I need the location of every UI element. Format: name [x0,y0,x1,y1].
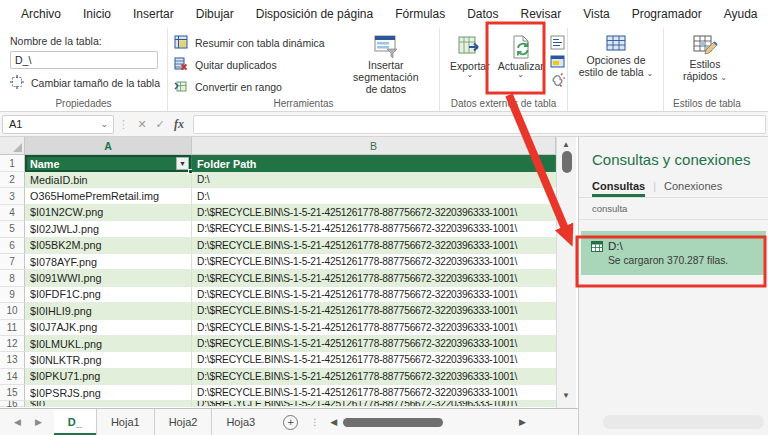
tab-programador[interactable]: Programador [621,0,713,28]
row-number[interactable]: 9 [0,287,25,303]
table-row[interactable]: 7 $I078AYF.png D:\$RECYCLE.BIN\S-1-5-21-… [0,254,556,270]
row-number[interactable]: 14 [0,369,25,385]
panel-tab-conexiones[interactable]: Conexiones [664,180,722,196]
tab-ayuda[interactable]: Ayuda [713,0,768,28]
table-row[interactable]: 16 $I0... D:\$RECYCLE.BIN\S-1-5-21-42512… [0,401,556,407]
cell-name[interactable]: $I0PKU71.png [25,369,192,385]
table-row[interactable]: 15 $I0PSRJS.png D:\$RECYCLE.BIN\S-1-5-21… [0,385,556,401]
vertical-scrollbar[interactable]: ▲ ▼ [556,137,576,408]
formula-input[interactable] [193,115,766,134]
convert-to-range-button[interactable]: Convertir en rango [174,78,325,96]
cell-path[interactable]: D:\$RECYCLE.BIN\S-1-5-21-4251261778-8877… [192,287,556,303]
cell-name[interactable]: $I0FDF1C.png [25,287,192,303]
horizontal-scrollbar[interactable]: ◀ ▶ [330,417,526,427]
tab-inicio[interactable]: Inicio [72,0,122,28]
cell-name[interactable]: $I0IHLI9.png [25,303,192,319]
table-row[interactable]: 11 $I0J7AJK.png D:\$RECYCLE.BIN\S-1-5-21… [0,320,556,336]
cell-name[interactable]: $I0NLKTR.png [25,352,192,368]
cell-path[interactable]: D:\$RECYCLE.BIN\S-1-5-21-4251261778-8877… [192,401,556,407]
resize-table-button[interactable]: Cambiar tamaño de la tabla [10,75,161,91]
refresh-dropdown-chevron[interactable]: ⌄ [517,72,524,78]
table-row[interactable]: 3 O365HomePremRetail.img D:\ [0,188,556,204]
cell-name[interactable]: $I01N2CW.png [25,205,192,221]
sheet-tab-d[interactable]: D_ [54,409,97,435]
row-number[interactable]: 7 [0,254,25,270]
cell-name[interactable]: $I0... [25,401,192,407]
cell-path[interactable]: D:\$RECYCLE.BIN\S-1-5-21-4251261778-8877… [192,221,556,237]
cell-name[interactable]: $I091WWI.png [25,270,192,286]
name-box-chevron-icon[interactable]: ⌄ [100,119,113,129]
scroll-right-icon[interactable]: ▶ [519,417,526,427]
header-cell-name[interactable]: Name ▼ [25,155,192,172]
table-row[interactable]: 4 $I01N2CW.png D:\$RECYCLE.BIN\S-1-5-21-… [0,205,556,221]
table-style-options-button[interactable]: Opciones de estilo de tabla ⌄ [574,32,658,80]
tab-dibujar[interactable]: Dibujar [185,0,245,28]
row-number[interactable]: 2 [0,172,25,188]
cell-path[interactable]: D:\$RECYCLE.BIN\S-1-5-21-4251261778-8877… [192,238,556,254]
sheet-nav-left-icon[interactable]: ◀ [14,417,21,427]
sheet-tab-hoja1[interactable]: Hoja1 [97,409,155,435]
quick-styles-chevron[interactable]: ⌄ [720,73,727,82]
sheet-tab-hoja2[interactable]: Hoja2 [155,409,213,435]
tab-archivo[interactable]: Archivo [10,0,72,28]
table-row[interactable]: 10 $I0IHLI9.png D:\$RECYCLE.BIN\S-1-5-21… [0,303,556,319]
row-number[interactable]: 13 [0,352,25,368]
insert-function-icon[interactable]: fx [169,117,189,132]
tab-datos[interactable]: Datos [456,0,509,28]
panel-scrollbar[interactable] [603,415,764,429]
cell-name[interactable]: $I0J7AJK.png [25,320,192,336]
panel-tab-consultas[interactable]: Consultas [592,180,645,196]
row-number[interactable]: 3 [0,188,25,204]
cell-name[interactable]: O365HomePremRetail.img [25,188,192,204]
row-number[interactable]: 16 [0,401,25,407]
header-cell-folder-path[interactable]: Folder Path [192,155,556,172]
cell-path[interactable]: D:\ [192,172,556,188]
cell-path[interactable]: D:\$RECYCLE.BIN\S-1-5-21-4251261778-8877… [192,320,556,336]
scroll-left-icon[interactable]: ◀ [330,417,337,427]
select-all-corner[interactable] [0,137,25,155]
export-dropdown-chevron[interactable]: ⌄ [466,72,473,78]
cell-path[interactable]: D:\$RECYCLE.BIN\S-1-5-21-4251261778-8877… [192,205,556,221]
cell-name[interactable]: $I0LMUKL.png [25,336,192,352]
table-row[interactable]: 9 $I0FDF1C.png D:\$RECYCLE.BIN\S-1-5-21-… [0,287,556,303]
scroll-down-icon[interactable]: ▼ [562,391,570,400]
style-options-chevron[interactable]: ⌄ [647,69,654,78]
table-row[interactable]: 14 $I0PKU71.png D:\$RECYCLE.BIN\S-1-5-21… [0,369,556,385]
cell-path[interactable]: D:\$RECYCLE.BIN\S-1-5-21-4251261778-8877… [192,385,556,401]
refresh-button[interactable]: Actualizar ⌄ [494,32,548,97]
cell-name[interactable]: $I02JWLJ.png [25,221,192,237]
row-number[interactable]: 4 [0,205,25,221]
horizontal-scroll-thumb[interactable] [343,418,443,427]
cell-name[interactable]: $I078AYF.png [25,254,192,270]
row-number[interactable]: 1 [0,155,25,172]
row-number[interactable]: 8 [0,270,25,286]
cell-path[interactable]: D:\$RECYCLE.BIN\S-1-5-21-4251261778-8877… [192,352,556,368]
table-row[interactable]: 12 $I0LMUKL.png D:\$RECYCLE.BIN\S-1-5-21… [0,336,556,352]
enter-icon[interactable]: ✓ [151,118,169,131]
cell-path[interactable]: D:\$RECYCLE.BIN\S-1-5-21-4251261778-8877… [192,270,556,286]
properties-icon[interactable] [550,35,566,51]
table-row[interactable]: 5 $I02JWLJ.png D:\$RECYCLE.BIN\S-1-5-21-… [0,221,556,237]
column-header-b[interactable]: B [192,137,556,155]
row-number[interactable]: 11 [0,320,25,336]
table-row[interactable]: 6 $I05BK2M.png D:\$RECYCLE.BIN\S-1-5-21-… [0,238,556,254]
cell-path[interactable]: D:\$RECYCLE.BIN\S-1-5-21-4251261778-8877… [192,336,556,352]
unlink-icon[interactable] [550,73,566,89]
tab-formulas[interactable]: Fórmulas [384,0,456,28]
cell-path[interactable]: D:\$RECYCLE.BIN\S-1-5-21-4251261778-8877… [192,254,556,270]
row-number[interactable]: 6 [0,238,25,254]
pivot-summarize-button[interactable]: Resumir con tabla dinámica [174,34,325,52]
cancel-icon[interactable]: ✕ [133,118,151,131]
cell-name[interactable]: $I05BK2M.png [25,238,192,254]
cell-path[interactable]: D:\$RECYCLE.BIN\S-1-5-21-4251261778-8877… [192,369,556,385]
cell-name[interactable]: $I0PSRJS.png [25,385,192,401]
export-button[interactable]: Exportar ⌄ [446,32,494,97]
tab-vista[interactable]: Vista [572,0,620,28]
table-name-input[interactable] [10,51,158,69]
row-number[interactable]: 12 [0,336,25,352]
scroll-up-icon[interactable]: ▲ [562,140,570,149]
tab-revisar[interactable]: Revisar [510,0,573,28]
column-header-a[interactable]: A [25,137,192,155]
open-in-browser-icon[interactable] [550,54,566,70]
row-number[interactable]: 10 [0,303,25,319]
